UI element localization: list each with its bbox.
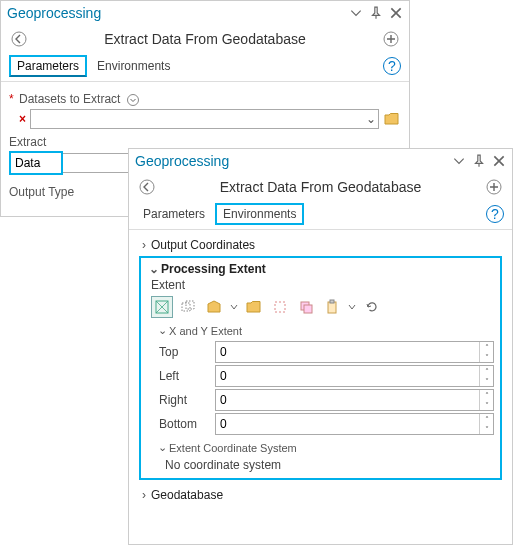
datasets-label: * Datasets to Extract	[9, 92, 401, 107]
back-button[interactable]	[137, 177, 157, 197]
browse-icon[interactable]	[243, 296, 265, 318]
bottom-label: Bottom	[159, 417, 207, 431]
section-label: Geodatabase	[151, 488, 223, 502]
chevron-down-icon: ⌄	[147, 262, 161, 276]
top-row: Top ˄˅	[159, 341, 494, 363]
left-spinner[interactable]: ˄˅	[215, 365, 494, 387]
remove-icon[interactable]: ×	[19, 112, 26, 126]
top-label: Top	[159, 345, 207, 359]
add-button[interactable]	[381, 29, 401, 49]
top-spinner[interactable]: ˄˅	[215, 341, 494, 363]
extent-default-icon[interactable]	[151, 296, 173, 318]
spin-down-icon[interactable]: ˅	[480, 424, 493, 434]
svg-rect-6	[182, 303, 190, 311]
extract-highlight	[9, 151, 63, 175]
add-button[interactable]	[484, 177, 504, 197]
left-label: Left	[159, 369, 207, 383]
tool-header: Extract Data From Geodatabase	[1, 25, 409, 53]
svg-rect-11	[328, 302, 336, 313]
chevron-right-icon: ›	[137, 238, 151, 252]
svg-rect-10	[304, 305, 312, 313]
dropdown-icon[interactable]	[349, 6, 363, 20]
bottom-spinner[interactable]: ˄˅	[215, 413, 494, 435]
spin-up-icon[interactable]: ˄	[480, 342, 493, 352]
pin-icon[interactable]	[369, 6, 383, 20]
left-input[interactable]	[216, 366, 479, 386]
window-controls	[349, 6, 403, 20]
no-coord-text: No coordinate system	[165, 458, 494, 472]
paste-icon[interactable]	[321, 296, 343, 318]
chevron-down-icon: ⌄	[155, 441, 169, 454]
help-button[interactable]: ?	[383, 57, 401, 75]
right-spinner[interactable]: ˄˅	[215, 389, 494, 411]
extent-toolbar	[151, 296, 494, 318]
section-label: Processing Extent	[161, 262, 266, 276]
pin-icon[interactable]	[472, 154, 486, 168]
help-button[interactable]: ?	[486, 205, 504, 223]
datasets-combo[interactable]: ⌄	[30, 109, 379, 129]
bottom-input[interactable]	[216, 414, 479, 434]
spin-down-icon[interactable]: ˅	[480, 400, 493, 410]
extract-input[interactable]	[11, 153, 61, 173]
extent-coord-header[interactable]: ⌄ Extent Coordinate System	[155, 441, 494, 454]
copy-icon[interactable]	[295, 296, 317, 318]
extent-coord-label: Extent Coordinate System	[169, 442, 297, 454]
dropdown-arrow-icon[interactable]	[347, 296, 357, 318]
panel-title: Geoprocessing	[7, 5, 101, 21]
tab-row: Parameters Environments ?	[129, 201, 512, 230]
svg-rect-8	[275, 302, 285, 312]
extent-layer-icon[interactable]	[203, 296, 225, 318]
dropdown-icon[interactable]	[452, 154, 466, 168]
extract-label: Extract	[9, 135, 401, 149]
svg-point-0	[12, 32, 26, 46]
environments-content: › Output Coordinates ⌄ Processing Extent…	[129, 230, 512, 510]
geoprocessing-panel-environments: Geoprocessing Extract Data From Geodatab…	[128, 148, 513, 545]
spin-down-icon[interactable]: ˅	[480, 352, 493, 362]
dropdown-arrow-icon[interactable]	[229, 296, 239, 318]
section-processing-extent[interactable]: ⌄ Processing Extent	[147, 262, 494, 276]
section-geodatabase[interactable]: › Geodatabase	[137, 484, 504, 506]
datasets-label-text: Datasets to Extract	[19, 92, 120, 106]
datasets-row: × ⌄	[9, 109, 401, 129]
reset-icon[interactable]	[361, 296, 383, 318]
tool-title: Extract Data From Geodatabase	[157, 179, 484, 195]
close-icon[interactable]	[389, 6, 403, 20]
tab-environments[interactable]: Environments	[215, 203, 304, 225]
tab-environments[interactable]: Environments	[91, 57, 176, 75]
spin-down-icon[interactable]: ˅	[480, 376, 493, 386]
window-controls	[452, 154, 506, 168]
spin-up-icon[interactable]: ˄	[480, 414, 493, 424]
required-asterisk: *	[9, 92, 14, 106]
extent-label: Extent	[151, 278, 494, 292]
browse-button[interactable]	[383, 110, 401, 128]
tab-parameters[interactable]: Parameters	[137, 205, 211, 223]
bottom-row: Bottom ˄˅	[159, 413, 494, 435]
spin-up-icon[interactable]: ˄	[480, 390, 493, 400]
xy-extent-label: X and Y Extent	[169, 325, 242, 337]
left-row: Left ˄˅	[159, 365, 494, 387]
svg-rect-12	[330, 300, 334, 303]
section-label: Output Coordinates	[151, 238, 255, 252]
section-output-coordinates[interactable]: › Output Coordinates	[137, 234, 504, 256]
svg-point-3	[140, 180, 154, 194]
panel-title: Geoprocessing	[135, 153, 229, 169]
tool-title: Extract Data From Geodatabase	[29, 31, 381, 47]
tab-row: Parameters Environments ?	[1, 53, 409, 82]
chevron-down-icon: ⌄	[155, 324, 169, 337]
chevron-down-icon[interactable]	[126, 93, 140, 107]
titlebar: Geoprocessing	[1, 1, 409, 25]
top-input[interactable]	[216, 342, 479, 362]
chevron-right-icon: ›	[137, 488, 151, 502]
tab-parameters[interactable]: Parameters	[9, 55, 87, 77]
extent-draw-icon[interactable]	[269, 296, 291, 318]
close-icon[interactable]	[492, 154, 506, 168]
xy-extent-header[interactable]: ⌄ X and Y Extent	[155, 324, 494, 337]
svg-point-2	[127, 94, 138, 105]
titlebar: Geoprocessing	[129, 149, 512, 173]
back-button[interactable]	[9, 29, 29, 49]
right-label: Right	[159, 393, 207, 407]
right-row: Right ˄˅	[159, 389, 494, 411]
spin-up-icon[interactable]: ˄	[480, 366, 493, 376]
extent-union-icon[interactable]	[177, 296, 199, 318]
right-input[interactable]	[216, 390, 479, 410]
